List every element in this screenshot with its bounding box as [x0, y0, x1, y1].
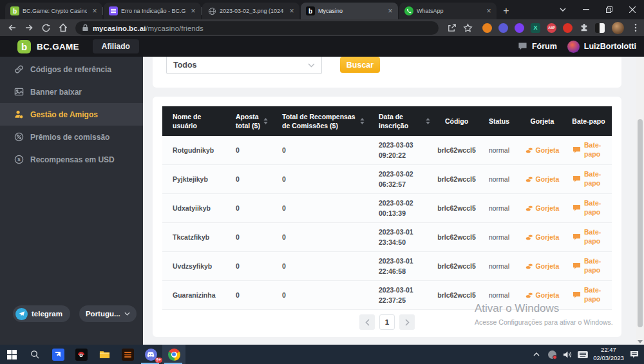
forum-link[interactable]: Fórum [518, 42, 557, 51]
chat-bubble-icon [573, 233, 581, 241]
start-button[interactable] [0, 345, 23, 364]
browser-tab-bcgame[interactable]: b BC.Game: Crypto Casino Gan × [5, 3, 102, 19]
phantom-extension-icon[interactable] [498, 23, 508, 33]
darkreader-extension-icon[interactable] [595, 23, 605, 33]
table-row: Tkcatzfikyb 0 0 2023-03-0123:34:50 brlc6… [162, 223, 612, 252]
scrollbar-thumb[interactable] [638, 119, 643, 327]
sort-icon[interactable] [426, 118, 431, 124]
site-header: b BC.GAME Afiliado Fórum LuizBortolotti [0, 36, 644, 57]
col-total-bet[interactable]: Aposta total ($) [225, 106, 272, 136]
sidebar-item-commission-rewards[interactable]: Prêmios de comissão [0, 126, 143, 148]
chat-link[interactable]: Bate-papo [573, 257, 605, 274]
cell-username: Guaranizinha [162, 281, 225, 309]
affiliate-tab[interactable]: Afiliado [93, 39, 139, 53]
taskbar-discord-app[interactable]: 9+ [139, 345, 162, 364]
new-tab-button[interactable]: + [498, 3, 515, 19]
table-row: Pyjktejikyb 0 0 2023-03-0206:32:57 brlc6… [162, 165, 612, 194]
chat-link[interactable]: Bate-papo [573, 170, 605, 187]
extensions-puzzle-icon[interactable] [576, 20, 592, 35]
back-button[interactable] [4, 20, 21, 35]
browser-menu-icon[interactable] [628, 20, 644, 35]
chat-link[interactable]: Bate-papo [573, 141, 605, 158]
next-page-button[interactable] [399, 314, 415, 330]
browser-tab-whatsapp[interactable]: WhatsApp × [399, 3, 497, 19]
cell-signup-date: 2023-03-0206:32:57 [368, 165, 434, 193]
tip-link[interactable]: Gorjeta [526, 204, 560, 212]
browser-tab-mycasino-active[interactable]: b Mycasino × [301, 3, 398, 19]
taskbar-notes-app[interactable] [116, 345, 139, 364]
tab-close-icon[interactable]: × [287, 6, 296, 15]
taskbar-amd-app[interactable] [46, 345, 70, 364]
filter-select[interactable]: Todos [166, 57, 322, 74]
tray-recorder-icon[interactable] [545, 345, 559, 364]
red-extension-icon[interactable] [563, 23, 573, 33]
prev-page-button[interactable] [359, 314, 375, 330]
tab-search-chevron[interactable] [551, 0, 574, 19]
window-close-button[interactable] [621, 0, 644, 19]
taskbar-game-app[interactable] [70, 345, 93, 364]
chat-link[interactable]: Bate-papo [573, 199, 605, 216]
tab-close-icon[interactable]: × [189, 6, 198, 15]
current-page-button[interactable]: 1 [379, 314, 395, 330]
tip-link[interactable]: Gorjeta [526, 262, 560, 270]
sort-icon[interactable] [360, 118, 366, 124]
share-icon[interactable] [444, 20, 460, 35]
taskbar-file-explorer[interactable] [93, 345, 116, 364]
sidebar-item-label: Gestão de Amigos [30, 110, 98, 119]
username[interactable]: LuizBortolotti [584, 42, 636, 51]
address-bar[interactable]: mycasino.bc.ai/mycasino/friends [75, 21, 439, 35]
telegram-button[interactable]: telegram [13, 305, 70, 322]
scrollbar-down-arrow[interactable] [638, 340, 643, 343]
home-button[interactable] [55, 20, 71, 35]
taskbar-clock[interactable]: 22:47 02/03/2023 [592, 346, 625, 363]
col-signup-date[interactable]: Data de inscrição [368, 106, 434, 136]
abp-extension-icon[interactable]: ABP [547, 23, 556, 33]
col-commission-rewards[interactable]: Total de Recompensas de Comissões ($) [272, 106, 368, 136]
tray-date: 02/03/2023 [592, 354, 625, 363]
sidebar-item-referral-codes[interactable]: Códigos de referência [0, 58, 143, 81]
tab-close-icon[interactable]: × [484, 6, 493, 15]
coins-icon [526, 262, 533, 270]
taskbar-search-button[interactable] [23, 345, 46, 364]
metamask-extension-icon[interactable] [482, 23, 492, 33]
window-minimize-button[interactable] [574, 0, 598, 19]
chat-link[interactable]: Bate-papo [573, 228, 605, 245]
tray-volume-icon[interactable] [560, 345, 574, 364]
action-center-icon[interactable] [627, 345, 641, 364]
cell-code: brlc62wccl5 [434, 223, 479, 251]
tip-link[interactable]: Gorjeta [526, 291, 560, 299]
link-icon [14, 64, 24, 74]
user-avatar[interactable] [567, 41, 580, 53]
col-status: Status [479, 106, 519, 136]
sidebar-item-banner-download[interactable]: Banner baixar [0, 81, 143, 103]
sidebar-item-friends-management[interactable]: Gestão de Amigos [0, 103, 143, 126]
bookmark-star-icon[interactable] [460, 20, 476, 35]
window-maximize-button[interactable] [598, 0, 621, 19]
browser-tab-erro[interactable]: Erro na Indicação - BC.Game × [104, 3, 201, 19]
taskbar-chrome-app[interactable] [162, 345, 185, 364]
purple-extension-icon[interactable] [515, 23, 524, 33]
tip-link[interactable]: Gorjeta [526, 233, 560, 241]
browser-tab-image[interactable]: 2023-03-02_3.png (1024×76 × [202, 3, 299, 19]
cell-signup-date: 2023-03-0309:20:22 [368, 136, 434, 164]
browser-profile-avatar[interactable] [612, 22, 623, 34]
sidebar-item-usd-rewards[interactable]: $ Recompensas em USD [0, 148, 143, 171]
telegram-icon [15, 308, 28, 320]
forward-button[interactable] [21, 20, 37, 35]
bcgame-logo[interactable]: b [17, 40, 31, 53]
tray-keyboard-icon[interactable] [576, 345, 590, 364]
language-selector[interactable]: Portugu... [79, 305, 137, 322]
tip-link[interactable]: Gorjeta [526, 175, 560, 183]
search-button[interactable]: Buscar [340, 57, 380, 73]
page-scrollbar[interactable] [636, 57, 644, 345]
tip-link[interactable]: Gorjeta [526, 146, 560, 154]
excel-extension-icon[interactable]: X [531, 23, 540, 33]
reload-button[interactable] [37, 20, 54, 35]
tray-chevron-up[interactable] [529, 345, 544, 364]
chat-link[interactable]: Bate-papo [573, 286, 605, 303]
tab-close-icon[interactable]: × [90, 6, 99, 15]
whatsapp-favicon [404, 6, 413, 15]
coins-icon [526, 291, 533, 299]
tab-close-icon[interactable]: × [386, 6, 395, 15]
sort-icon[interactable] [263, 118, 269, 124]
